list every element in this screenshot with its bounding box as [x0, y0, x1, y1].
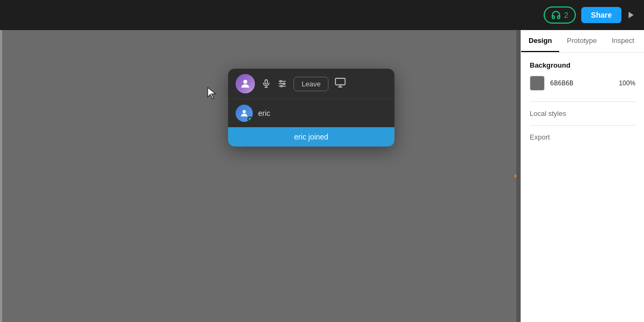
- svg-point-8: [280, 80, 282, 82]
- play-button[interactable]: [627, 11, 635, 19]
- online-indicator: [247, 116, 253, 122]
- section-divider-1: [530, 101, 635, 102]
- participant-row: eric: [228, 99, 394, 127]
- headphone-icon: [551, 10, 561, 20]
- leave-button[interactable]: Leave: [294, 77, 328, 91]
- observers-badge[interactable]: 2: [544, 6, 576, 24]
- svg-point-10: [281, 85, 282, 87]
- background-opacity-value: 100%: [619, 79, 635, 87]
- panel-tabs: Design Prototype Inspect: [521, 30, 644, 53]
- observers-count: 2: [564, 11, 568, 19]
- topbar: 2 Share: [0, 0, 644, 30]
- main-area: Leave: [0, 30, 644, 322]
- svg-point-14: [243, 110, 246, 113]
- svg-point-1: [243, 80, 247, 84]
- panel-content: Background 6B6B6B 100% Local styles Expo…: [521, 53, 644, 322]
- voice-popup: Leave: [228, 69, 394, 147]
- section-divider-2: [530, 125, 635, 126]
- background-color-swatch[interactable]: [530, 76, 545, 91]
- canvas-area[interactable]: Leave: [0, 30, 521, 322]
- participant-avatar: [236, 105, 253, 122]
- scroll-indicator[interactable]: [516, 30, 521, 322]
- voice-controls: Leave: [261, 77, 387, 91]
- left-edge: [0, 30, 2, 322]
- participant-name: eric: [258, 109, 270, 118]
- export-title: Export: [530, 133, 635, 141]
- tab-prototype[interactable]: Prototype: [559, 30, 604, 52]
- svg-rect-11: [335, 78, 345, 85]
- share-button[interactable]: Share: [581, 7, 621, 23]
- voice-toolbar: Leave: [228, 69, 394, 99]
- tab-design[interactable]: Design: [521, 30, 559, 52]
- svg-point-9: [283, 83, 285, 85]
- screen-share-button[interactable]: [335, 78, 346, 90]
- background-color-row[interactable]: 6B6B6B 100%: [530, 76, 635, 91]
- mic-button[interactable]: [261, 79, 271, 89]
- tab-inspect[interactable]: Inspect: [604, 30, 642, 52]
- local-styles-title: Local styles: [530, 109, 635, 118]
- background-section-title: Background: [530, 61, 635, 69]
- right-panel: Design Prototype Inspect Background 6B6B…: [521, 30, 644, 322]
- settings-button[interactable]: [277, 79, 287, 89]
- joined-banner: eric joined: [228, 127, 394, 147]
- host-avatar: [236, 74, 255, 93]
- svg-rect-2: [265, 80, 268, 84]
- svg-marker-0: [628, 12, 633, 18]
- background-hex-value: 6B6B6B: [550, 79, 573, 87]
